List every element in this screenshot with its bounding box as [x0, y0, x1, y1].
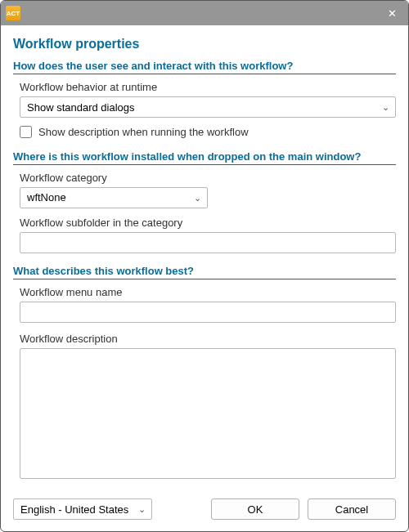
dialog-title: Workflow properties	[13, 37, 396, 51]
close-icon: ✕	[388, 7, 397, 20]
section-header-describe: What describes this workflow best?	[13, 265, 396, 279]
description-textarea[interactable]	[20, 348, 396, 479]
field-block-category: Workflow category ⌄ Workflow subfolder i…	[13, 172, 396, 263]
section-header-interaction: How does the user see and interact with …	[13, 60, 396, 74]
language-select-wrap: ⌄	[13, 498, 152, 520]
show-description-label: Show description when running the workfl…	[38, 126, 249, 138]
menu-name-label: Workflow menu name	[20, 286, 396, 298]
button-row: ⌄ OK Cancel	[1, 489, 408, 531]
cancel-button[interactable]: Cancel	[308, 498, 396, 520]
titlebar: ACT ✕	[1, 1, 408, 25]
show-description-checkbox[interactable]	[20, 126, 32, 138]
ok-button[interactable]: OK	[211, 498, 299, 520]
subfolder-input[interactable]	[20, 232, 396, 253]
menu-name-input[interactable]	[20, 302, 396, 323]
category-select-wrap: ⌄	[20, 187, 208, 208]
field-block-behavior: Workflow behavior at runtime ⌄ Show desc…	[13, 81, 396, 148]
category-select[interactable]	[20, 187, 208, 208]
behavior-select[interactable]	[20, 96, 396, 118]
close-button[interactable]: ✕	[375, 1, 408, 25]
app-icon-label: ACT	[7, 10, 20, 17]
language-select[interactable]	[13, 498, 152, 520]
description-label: Workflow description	[20, 333, 396, 345]
dialog-content: Workflow properties How does the user se…	[1, 25, 408, 489]
field-block-describe: Workflow menu name Workflow description	[13, 286, 396, 489]
show-description-row[interactable]: Show description when running the workfl…	[20, 126, 396, 138]
category-label: Workflow category	[20, 172, 396, 184]
section-header-install: Where is this workflow installed when dr…	[13, 150, 396, 165]
behavior-select-wrap: ⌄	[20, 96, 396, 118]
behavior-label: Workflow behavior at runtime	[20, 81, 396, 93]
subfolder-label: Workflow subfolder in the category	[20, 217, 396, 229]
app-icon: ACT	[6, 6, 20, 20]
